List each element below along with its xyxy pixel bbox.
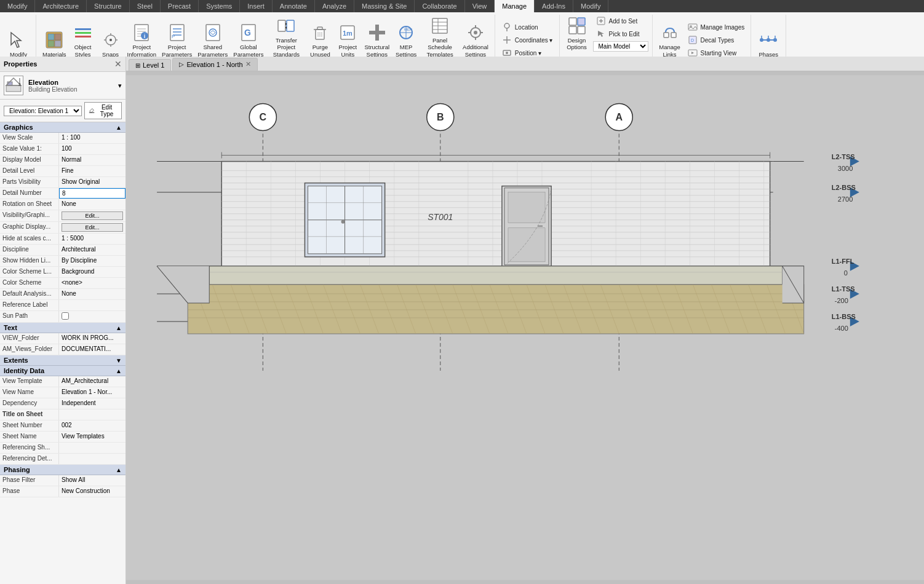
prop-row-sheet-name: Sheet Name View Templates <box>0 432 125 443</box>
elevation-tab-close-button[interactable]: ✕ <box>245 60 251 68</box>
shared-parameters-button[interactable]: SharedParameters <box>195 22 230 59</box>
shared-parameters-icon <box>203 23 223 42</box>
project-parameters-button[interactable]: P ProjectParameters <box>159 22 194 59</box>
extents-collapse-icon: ▼ <box>116 357 122 364</box>
prop-row-am-views-folder: AM_Views_Folder DOCUMENTATI... <box>0 344 125 355</box>
panel-schedule-button[interactable]: Panel ScheduleTemplates <box>420 15 460 59</box>
tab-modify-right[interactable]: Modify <box>573 0 608 12</box>
pick-to-edit-button[interactable]: Pick to Edit <box>593 28 648 40</box>
svg-rect-184 <box>188 285 804 334</box>
design-options-button[interactable]: DesignOptions <box>564 15 591 52</box>
purge-unused-button[interactable]: PurgeUnused <box>306 22 333 59</box>
rotation-on-sheet-value: None <box>59 199 125 210</box>
tab-label: Insert <box>247 2 265 10</box>
structural-settings-button[interactable]: StructuralSettings <box>362 22 392 59</box>
tab-steel[interactable]: Steel <box>130 0 161 12</box>
prop-row-scale-value: Scale Value 1: 100 <box>0 144 125 155</box>
tab-label: View <box>472 2 487 10</box>
project-information-button[interactable]: i ProjectInformation <box>125 22 159 59</box>
properties-close-button[interactable]: ✕ <box>114 59 122 69</box>
phasing-section-title: Phasing <box>4 466 30 473</box>
mep-settings-button[interactable]: MEP MEPSettings <box>392 22 420 59</box>
tab-insert[interactable]: Insert <box>240 0 273 12</box>
decal-types-button[interactable]: D Decal Types <box>685 34 747 46</box>
tab-collaborate[interactable]: Collaborate <box>415 0 464 12</box>
view-folder-label: VIEW_Folder <box>0 333 59 344</box>
properties-panel: Properties ✕ Elevation Building Elevatio… <box>0 57 126 584</box>
tab-systems[interactable]: Systems <box>199 0 240 12</box>
tab-addins[interactable]: Add-Ins <box>535 0 573 12</box>
svg-rect-91 <box>6 85 21 92</box>
tab-massing-site[interactable]: Massing & Site <box>354 0 415 12</box>
tab-precast[interactable]: Precast <box>161 0 199 12</box>
text-section-header[interactable]: Text ▲ <box>0 323 125 333</box>
coordinates-button[interactable]: Coordinates ▾ <box>499 34 556 46</box>
svg-marker-75 <box>598 31 604 37</box>
manage-images-button[interactable]: Manage Images <box>685 21 747 33</box>
svg-rect-70 <box>569 26 576 34</box>
tab-structure[interactable]: Structure <box>87 0 130 12</box>
tab-level-1[interactable]: ⊞ Level 1 <box>129 59 171 71</box>
phases-button[interactable]: Phases <box>755 29 782 59</box>
snaps-button[interactable]: Snaps <box>97 29 124 59</box>
phasing-collapse-icon: ▲ <box>116 467 122 473</box>
project-information-label: ProjectInformation <box>127 44 157 58</box>
project-units-button[interactable]: 1m ProjectUnits <box>334 22 361 59</box>
tab-modify-left[interactable]: Modify <box>0 0 35 12</box>
identity-data-section-header[interactable]: Identity Data ▲ <box>0 366 125 376</box>
phasing-section-header[interactable]: Phasing ▲ <box>0 465 125 475</box>
sun-path-value <box>59 311 125 322</box>
graphic-display-edit-button[interactable]: Edit... <box>62 223 123 232</box>
tab-analyze[interactable]: Analyze <box>315 0 354 12</box>
add-to-set-label: Add to Set <box>609 18 638 25</box>
content-area: ⊞ Level 1 ▷ Elevation 1 - North ✕ C <box>126 57 924 584</box>
view-tabs: ⊞ Level 1 ▷ Elevation 1 - North ✕ <box>126 57 924 71</box>
additional-settings-button[interactable]: AdditionalSettings <box>460 22 491 59</box>
tab-label: Architecture <box>42 2 79 10</box>
property-type-dropdown-arrow[interactable]: ▾ <box>118 82 122 90</box>
display-model-label: Display Model <box>0 155 59 165</box>
edit-type-button[interactable]: Edit Type <box>84 102 122 119</box>
tab-elevation-1-north[interactable]: ▷ Elevation 1 - North ✕ <box>172 58 257 71</box>
materials-button[interactable]: Materials <box>40 29 69 59</box>
object-styles-button[interactable]: ObjectStyles <box>70 22 97 59</box>
detail-level-value: Fine <box>59 166 125 176</box>
modify-button[interactable]: Modify <box>5 29 32 59</box>
purge-icon <box>310 23 330 42</box>
tab-architecture[interactable]: Architecture <box>35 0 87 12</box>
extents-section-header[interactable]: Extents ▼ <box>0 355 125 366</box>
tab-annotate[interactable]: Annotate <box>273 0 315 12</box>
design-options-icon <box>567 16 587 36</box>
project-information-icon: i <box>132 23 151 42</box>
global-parameters-button[interactable]: G GlobalParameters <box>231 22 266 59</box>
drawing-svg: C B A L2-TSS <box>126 71 924 584</box>
prop-row-color-scheme: Color Scheme <none> <box>0 278 125 289</box>
shared-parameters-label: SharedParameters <box>197 44 228 58</box>
main-model-select[interactable]: Main Model <box>593 41 648 52</box>
hide-at-scales-label: Hide at scales c... <box>0 234 59 244</box>
properties-title: Properties <box>4 60 37 68</box>
color-scheme-value: <none> <box>59 278 125 288</box>
tab-label: Precast <box>168 2 191 10</box>
location-button[interactable]: Location <box>499 21 556 33</box>
sun-path-checkbox[interactable] <box>62 312 69 320</box>
group-items: Phases <box>755 15 782 59</box>
svg-rect-2 <box>48 34 54 40</box>
global-parameters-label: GlobalParameters <box>233 44 263 58</box>
visibility-graphics-edit-button[interactable]: Edit... <box>62 211 123 220</box>
svg-point-67 <box>506 52 508 54</box>
view-name-value: Elevation 1 - Nor... <box>59 387 125 398</box>
graphics-section-header[interactable]: Graphics ▲ <box>0 122 125 133</box>
tab-label: Collaborate <box>422 2 456 10</box>
elevation-dropdown[interactable]: Elevation: Elevation 1 <box>4 106 82 116</box>
drawing-canvas[interactable]: C B A L2-TSS <box>126 71 924 584</box>
transfer-project-standards-button[interactable]: TransferProject Standards <box>266 15 306 59</box>
location-icon <box>501 22 512 33</box>
tab-view[interactable]: View <box>465 0 495 12</box>
tab-label: Manage <box>502 2 527 10</box>
add-to-set-button[interactable]: Add to Set <box>593 15 648 27</box>
detail-number-value[interactable]: 8 <box>59 188 125 199</box>
manage-links-button[interactable]: ManageLinks <box>656 22 683 59</box>
tab-manage[interactable]: Manage <box>495 0 535 12</box>
object-styles-label: ObjectStyles <box>74 44 91 58</box>
